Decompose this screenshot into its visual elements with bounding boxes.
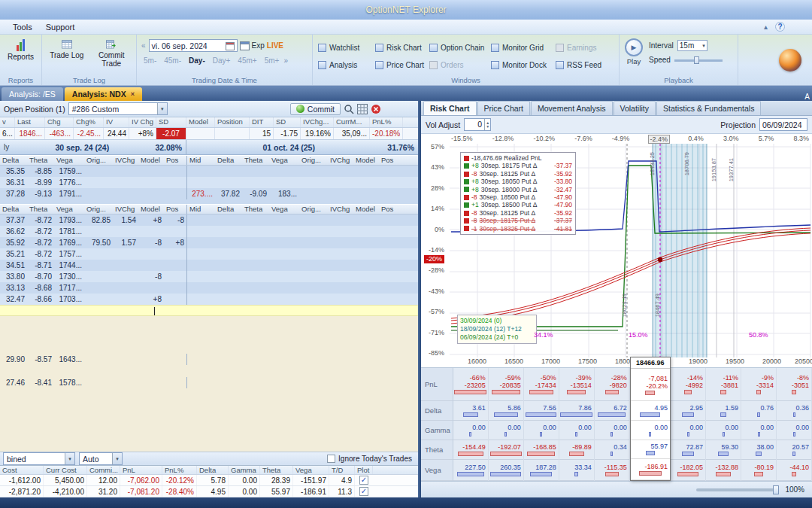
time-step-button[interactable]: 5m+: [262, 56, 283, 65]
window-toggle[interactable]: Earnings: [556, 39, 608, 56]
plot-checkbox[interactable]: ✓: [359, 476, 368, 485]
chain-row[interactable]: 35.92-8.721769...79.501.57-8+8: [0, 237, 418, 248]
totals-row-2[interactable]: -2,871.20-4,210.0031.20-7,081.20-28.40%4…: [0, 486, 418, 497]
grid-view-icon[interactable]: [357, 104, 368, 114]
menu-support[interactable]: Support: [39, 22, 82, 32]
cell-vega: [269, 214, 299, 226]
plot-checkbox[interactable]: ✓: [359, 487, 368, 496]
time-step-button[interactable]: 45m+: [235, 56, 259, 65]
cell-model: [353, 214, 379, 226]
totals-header-cell: Vega: [293, 466, 329, 474]
play-button[interactable]: ▶: [625, 38, 643, 56]
vol-adjust-spinner[interactable]: 0 ▲▼: [464, 118, 491, 131]
slider-thumb[interactable]: [694, 56, 699, 64]
risk-panel-tab[interactable]: Volatility: [614, 101, 656, 115]
risk-panel-tab[interactable]: Price Chart: [477, 101, 531, 115]
window-toggle[interactable]: Monitor Dock: [491, 56, 556, 74]
risk-panel-tab[interactable]: Movement Analysis: [531, 101, 612, 115]
tab-analysis-ndx[interactable]: Analysis: NDX ×: [65, 87, 142, 101]
window-toggle[interactable]: Analysis: [318, 56, 375, 74]
speed-slider[interactable]: [674, 59, 723, 62]
window-toggle[interactable]: Option Chain: [429, 39, 491, 56]
selected-edit-row[interactable]: [0, 305, 418, 316]
chain-header-cell: Delta: [0, 205, 27, 214]
chain-row[interactable]: 37.28-9.131791...273....37.82-9.09183...: [0, 188, 418, 199]
time-step-button[interactable]: Day-: [186, 56, 208, 65]
help-icon[interactable]: ?: [775, 22, 785, 32]
collapse-ribbon-icon[interactable]: ▴: [764, 23, 768, 31]
risk-panel-tab[interactable]: Statistics & Fundamentals: [656, 101, 761, 115]
date-forward-button[interactable]: »: [283, 56, 289, 65]
cell-pos: [379, 294, 403, 305]
vega-value: -186.91: [644, 463, 668, 470]
time-step-button[interactable]: Day+: [210, 56, 234, 65]
chain-row[interactable]: 29.90-8.571643...: [0, 354, 418, 365]
date-back-button[interactable]: «: [141, 41, 147, 50]
ignore-trades-checkbox[interactable]: [327, 455, 335, 463]
expiry-header-left[interactable]: ly 30 sep. 24 (24) 32.08%: [0, 140, 186, 154]
chain-row[interactable]: 36.31-8.991776...: [0, 177, 418, 188]
chain-row[interactable]: 35.35-8.851759...: [0, 166, 418, 177]
totals-cell: 5,450.00: [44, 475, 87, 485]
spinner-arrows-icon[interactable]: ▲▼: [484, 119, 490, 130]
theta-value: 55.97: [650, 443, 668, 450]
price-line-label: 19377.41: [728, 158, 735, 181]
expiry-header-right[interactable]: 01 oct. 24 (25) 31.76%: [186, 140, 418, 154]
window-toggle[interactable]: Price Chart: [375, 56, 429, 74]
chain-section-1: 35.35-8.851759... 36.31-8.991776... 37.2…: [0, 166, 418, 199]
tab-analysis-es[interactable]: Analysis: /ES: [2, 87, 63, 101]
risk-panel-tab[interactable]: Risk Chart: [423, 101, 477, 115]
cell-delta: 37.37: [0, 214, 27, 226]
app-window: OptionNET Explorer Tools Support ▴ ? Rep…: [0, 0, 812, 508]
interval-select[interactable]: 15m▾: [677, 40, 707, 51]
reports-button[interactable]: Reports: [4, 36, 38, 61]
calendar-button-icon[interactable]: [240, 41, 250, 50]
window-toggle[interactable]: RSS Feed: [556, 56, 608, 74]
zoom-slider-thumb[interactable]: [773, 485, 779, 494]
position-summary-row[interactable]: 6...1846...-463...-2.45...24.44+8%-2.071…: [0, 128, 418, 140]
cell-delta: [215, 166, 242, 177]
window-toggle[interactable]: Risk Chart: [375, 39, 429, 56]
delta-bar: [757, 412, 760, 417]
window-toggle[interactable]: Watchlist: [318, 39, 375, 56]
risk-slice-column: -28%-9820 6.72 0.00 0.34 -115.35: [595, 368, 630, 481]
totals-header-cell: PnL%: [162, 466, 197, 474]
commit-button[interactable]: Commit: [290, 103, 341, 115]
time-step-button[interactable]: 5m-: [141, 56, 159, 65]
position-select[interactable]: #286 Custom▾: [68, 102, 168, 115]
risk-chart[interactable]: -15.5%-12.8%-10.2%-7.6%-4.9%-2.4%0.4%3.0…: [421, 134, 812, 368]
exp-label[interactable]: Exp: [252, 41, 265, 50]
chain-row[interactable]: 34.51-8.711744...: [0, 260, 418, 271]
window-toggle[interactable]: Orders: [429, 56, 491, 74]
close-tab-icon[interactable]: ×: [131, 91, 135, 98]
auto-select[interactable]: Auto▾: [79, 452, 123, 465]
totals-cell: 28.39: [260, 475, 293, 485]
totals-cell: 11.3: [329, 486, 355, 497]
pnl-value: -3881: [721, 382, 738, 389]
summary-header-cell: Position: [215, 117, 250, 127]
chain-row[interactable]: 32.47-8.661703...+8: [0, 294, 418, 305]
time-step-button[interactable]: 45m-: [161, 56, 184, 65]
window-toggle[interactable]: Monitor Grid: [491, 39, 556, 56]
chain-row[interactable]: 37.37-8.721793...82.851.54+8-8: [0, 214, 418, 226]
cell-pos: [379, 214, 403, 226]
chain-row[interactable]: 33.13-8.681717...: [0, 282, 418, 294]
combined-select[interactable]: bined▾: [3, 452, 75, 465]
close-panel-icon[interactable]: [371, 104, 381, 114]
chain-row[interactable]: 27.46-8.411578...: [0, 377, 418, 388]
pnl-bar: [684, 390, 691, 394]
projection-date-input[interactable]: 06/09/2024: [759, 118, 807, 131]
trading-date-input[interactable]: vi. 06 sep. 2024: [149, 39, 238, 52]
zoom-slider[interactable]: [696, 488, 779, 491]
chain-row[interactable]: 33.80-8.701730...-8: [0, 271, 418, 282]
commit-trade-button[interactable]: Commit Trade: [91, 36, 133, 68]
vega-value: -115.35: [604, 464, 627, 471]
totals-row-1[interactable]: -1,612.005,450.0012.00-7,062.00-20.12%5.…: [0, 475, 418, 486]
cell-orig: [299, 237, 328, 248]
window-icon: [318, 61, 326, 69]
chain-row[interactable]: 36.62-8.721781...: [0, 226, 418, 237]
search-icon[interactable]: [344, 104, 354, 114]
menu-tools[interactable]: Tools: [6, 22, 39, 32]
chain-row[interactable]: 35.21-8.721757...: [0, 248, 418, 260]
trade-log-button[interactable]: Trade Log: [46, 36, 88, 68]
